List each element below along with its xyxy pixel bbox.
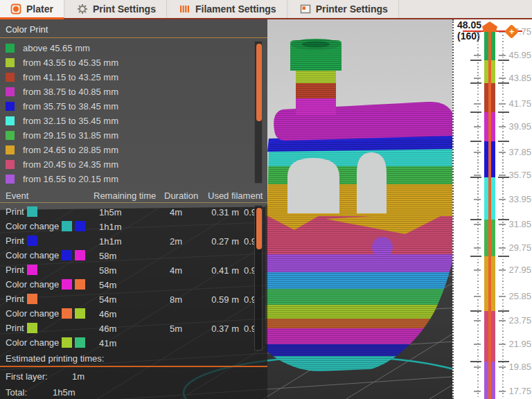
legend-item-label: from 41.15 to 43.25 mm: [23, 72, 118, 82]
slider-height-label: 29.75: [505, 242, 531, 253]
event-color-swatch: [27, 206, 37, 217]
tab-plater[interactable]: Plater: [0, 0, 64, 18]
event-row: Print46m5m0.37 m0.9: [0, 321, 267, 336]
event-type-label: Print: [6, 265, 24, 275]
legend-item-label: from 24.65 to 28.85 mm: [23, 145, 118, 155]
legend-item-label: from 16.55 to 20.15 mm: [23, 174, 118, 184]
tab-label: Print Settings: [93, 3, 156, 15]
slider-height-label: 35.75: [505, 170, 531, 180]
event-used-filament-2: 0.9: [244, 236, 254, 247]
legend-scrollbar-thumb[interactable]: [256, 44, 262, 121]
slider-label-tick: [474, 175, 481, 176]
slider-label-tick: [474, 296, 481, 297]
cabin-arch-right: [357, 152, 387, 213]
slider-label-tick: [474, 391, 481, 392]
legend-color-swatch: [6, 116, 15, 125]
layer-slider-panel[interactable]: 48.05 (160) + 47.7545.9543.8541.7539.953…: [452, 19, 532, 399]
legend-color-swatch: [6, 44, 15, 53]
slider-label-tick: [474, 247, 481, 249]
slider-height-label: 17.75: [505, 386, 531, 396]
legend-scrollbar-track[interactable]: [254, 41, 263, 184]
total-label: Total:: [6, 387, 27, 398]
event-remaining-time: 58m: [99, 265, 116, 276]
legend-item-label: from 38.75 to 40.85 mm: [23, 87, 118, 97]
event-used-filament-2: 0.9: [244, 294, 254, 305]
event-color-swatch: [75, 279, 85, 290]
event-color-swatch: [27, 236, 37, 246]
event-remaining-time: 54m: [99, 280, 116, 290]
tab-printer-settings[interactable]: Printer Settings: [290, 0, 399, 18]
event-duration: 5m: [170, 323, 182, 334]
slider-height-label: 39.95: [505, 121, 531, 132]
events-column-duration: Duration: [164, 190, 198, 201]
slider-height-label: 45.95: [505, 50, 531, 60]
layer-slider-thumb[interactable]: [482, 21, 497, 32]
legend-item: from 38.75 to 40.85 mm: [6, 85, 118, 99]
event-row-left: Print: [6, 265, 37, 275]
plus-icon: +: [509, 27, 515, 36]
slider-label-tick: [474, 320, 481, 321]
events-scrollbar-track[interactable]: [254, 205, 263, 351]
event-row-left: Print: [6, 236, 37, 246]
event-remaining-time: 1h1m: [99, 222, 122, 232]
tab-label: Filament Settings: [195, 3, 276, 15]
events-scrollbar-thumb[interactable]: [256, 208, 262, 249]
events-separator: [0, 202, 267, 203]
event-duration: 8m: [170, 294, 182, 305]
event-used-filament: 0.31 m: [204, 207, 239, 218]
cabin-arch-left: [287, 158, 339, 213]
slider-label-tick: [474, 199, 481, 200]
legend-item: from 24.65 to 28.85 mm: [6, 143, 118, 157]
event-row: Color change58m: [0, 249, 267, 263]
event-remaining-time: 1h5m: [99, 207, 122, 218]
event-type-label: Color change: [6, 308, 59, 319]
slider-label-tick: [474, 224, 481, 225]
legend-item-label: from 35.75 to 38.45 mm: [23, 101, 118, 112]
slider-height-label: 23.75: [505, 315, 531, 326]
event-row: Color change41m: [0, 336, 267, 351]
legend-title: Color Print: [6, 24, 48, 35]
event-type-label: Color change: [6, 279, 59, 290]
legend-item: above 45.65 mm: [6, 41, 90, 55]
legend-item-label: above 45.65 mm: [23, 43, 90, 53]
slider-height-label: 25.85: [505, 291, 531, 301]
tab-label: Printer Settings: [316, 3, 388, 15]
events-column-remaining-time: Remaining time: [94, 190, 156, 201]
event-remaining-time: 41m: [99, 338, 116, 348]
slider-label-tick: [474, 344, 481, 345]
event-row-left: Color change: [6, 250, 85, 260]
legend-item-label: from 20.45 to 24.35 mm: [23, 159, 118, 170]
slider-major-tick: [470, 177, 481, 178]
event-used-filament: 0.41 m: [204, 265, 239, 276]
event-row: Color change1h1m: [0, 220, 267, 234]
event-color-swatch: [75, 250, 85, 260]
event-color-swatch: [62, 337, 72, 348]
plater-icon: [10, 3, 21, 15]
printer-icon: [300, 3, 311, 15]
legend-separator: [0, 37, 267, 38]
slider-major-tick: [470, 60, 481, 61]
event-color-swatch: [62, 308, 72, 319]
legend-color-swatch: [6, 160, 15, 169]
legend-color-swatch: [6, 102, 15, 111]
tab-filament-settings[interactable]: Filament Settings: [169, 0, 287, 18]
event-type-label: Print: [6, 236, 24, 246]
event-color-swatch: [75, 221, 85, 231]
legend-color-swatch: [6, 73, 15, 82]
slider-major-tick: [470, 82, 481, 84]
event-row-left: Color change: [6, 308, 85, 319]
slider-major-tick: [498, 112, 509, 113]
events-column-used-filament: Used filament: [208, 190, 263, 201]
event-color-swatch: [62, 279, 72, 290]
slider-label-tick: [474, 103, 481, 105]
slider-label-tick: [474, 126, 481, 127]
tab-print-settings[interactable]: Print Settings: [66, 0, 167, 18]
event-duration: 2m: [170, 236, 182, 247]
legend-color-swatch: [6, 87, 15, 96]
gear-icon: [77, 3, 88, 15]
slider-height-label: 31.85: [505, 219, 531, 229]
event-remaining-time: 1h1m: [99, 236, 122, 247]
event-used-filament-2: 0.9: [244, 207, 254, 218]
event-type-label: Print: [6, 294, 24, 304]
event-type-label: Print: [6, 323, 24, 333]
